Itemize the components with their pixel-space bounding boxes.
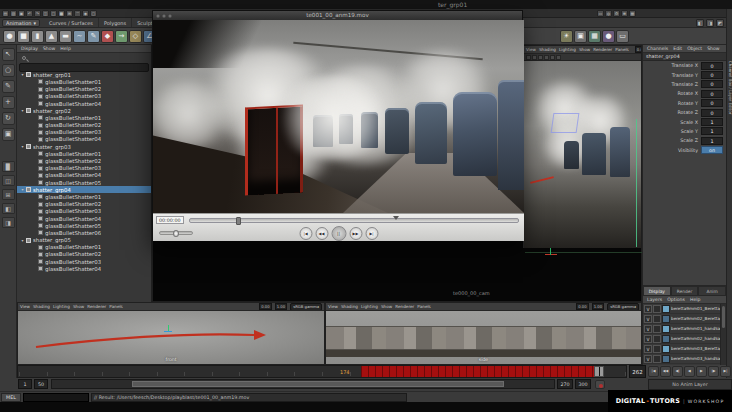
- layer-editor-menu-layers[interactable]: Layers: [647, 296, 662, 303]
- playback-start-field[interactable]: 50: [34, 379, 48, 389]
- rewind-button[interactable]: ◀◀: [315, 227, 328, 240]
- shelf-cube-icon[interactable]: ■: [17, 30, 30, 43]
- shel f-render-icon[interactable]: ▭: [616, 30, 629, 43]
- outliner-row[interactable]: glassBulletShatter01: [17, 244, 151, 251]
- select-by-hierarchy-icon[interactable]: ◫: [42, 10, 49, 17]
- display-layer-row[interactable]: Vberetta9mm02_Beretta_G...: [643, 314, 720, 324]
- open-scene-icon[interactable]: ▧: [10, 10, 17, 17]
- outliner-row[interactable]: glassBulletShatter01: [17, 114, 151, 121]
- layer-visibility-toggle[interactable]: V: [644, 315, 652, 323]
- rotate-tool[interactable]: ↻: [2, 112, 15, 125]
- selected-frame-range[interactable]: [361, 366, 604, 377]
- layer-visibility-toggle[interactable]: V: [644, 355, 652, 363]
- ipr-render-icon[interactable]: ◍: [605, 10, 612, 17]
- command-line-mode[interactable]: MEL: [1, 393, 21, 402]
- snap-to-curve-icon[interactable]: ⌒: [74, 10, 81, 17]
- paint-select-tool[interactable]: ✎: [2, 80, 15, 93]
- outliner-row[interactable]: glassBulletShatter04: [17, 265, 151, 272]
- layer-visibility-toggle[interactable]: V: [644, 305, 652, 313]
- outliner-row[interactable]: glassBulletShatter03: [17, 165, 151, 172]
- outliner-menu-display[interactable]: Display: [21, 45, 38, 52]
- display-layer-row[interactable]: Vberetta9mm03_handSailo...: [643, 354, 720, 364]
- layer-color-swatch[interactable]: [662, 305, 670, 313]
- shelf-tab-polygons[interactable]: Polygons: [99, 18, 132, 28]
- outliner-row[interactable]: glassBulletShatter04: [17, 100, 151, 107]
- playhead[interactable]: [236, 217, 241, 225]
- range-slider-bar[interactable]: [132, 381, 503, 387]
- side-viewport-pane[interactable]: ViewShadingLightingShowRendererPanels0.0…: [325, 302, 642, 365]
- viewport-menu-shading[interactable]: Shading: [33, 304, 50, 309]
- render-settings-icon[interactable]: ⚙: [613, 10, 620, 17]
- layer-display-type-toggle[interactable]: [653, 315, 661, 323]
- lasso-tool[interactable]: ○: [2, 64, 15, 77]
- gamma-field[interactable]: 1.00: [592, 303, 604, 310]
- layer-editor-tab-anim[interactable]: Anim: [698, 286, 726, 296]
- shelf-pencil-icon[interactable]: ✎: [87, 30, 100, 43]
- snap-to-plane-icon[interactable]: ▢: [90, 10, 97, 17]
- shelf-motion-path-icon[interactable]: ⇝: [115, 30, 128, 43]
- viewport-menu-view[interactable]: View: [20, 304, 30, 309]
- outliner-row[interactable]: glassBulletShatter01: [17, 150, 151, 157]
- outliner-row[interactable]: glassBulletShatter04: [17, 215, 151, 222]
- shelf-tab-curves-surfaces[interactable]: Curves / Surfaces: [44, 18, 99, 28]
- expand-toggle[interactable]: ▾: [19, 72, 26, 77]
- outliner-row[interactable]: glassBulletShatter01: [17, 78, 151, 85]
- channel-value[interactable]: on: [701, 146, 723, 154]
- viewport-menu-show[interactable]: Show: [381, 304, 392, 309]
- outliner-row[interactable]: glassBulletShatter02: [17, 157, 151, 164]
- select-by-object-icon[interactable]: □: [50, 10, 57, 17]
- viewport-menu-panels[interactable]: Panels: [109, 304, 122, 309]
- channel-value[interactable]: 0: [701, 99, 723, 107]
- toggle-channel-box-button[interactable]: ◩: [716, 19, 724, 27]
- outliner-row[interactable]: glassBulletShatter03: [17, 208, 151, 215]
- animation-start-field[interactable]: 1: [18, 379, 32, 389]
- toggle-modeling-toolkit-button[interactable]: ◧: [696, 19, 704, 27]
- layer-visibility-toggle[interactable]: V: [644, 345, 652, 353]
- redo-icon[interactable]: ↷: [34, 10, 41, 17]
- display-layer-row[interactable]: Vberetta9mm03_Beretta_G...: [643, 344, 720, 354]
- scale-tool[interactable]: ▣: [2, 128, 15, 141]
- outliner-row[interactable]: glassBulletShatter04: [17, 136, 151, 143]
- viewport-menu-show[interactable]: Show: [73, 304, 84, 309]
- layer-color-swatch[interactable]: [662, 345, 670, 353]
- grid-display-icon[interactable]: ▦: [629, 10, 636, 17]
- viewport-menu-view[interactable]: View: [328, 304, 338, 309]
- layer-color-swatch[interactable]: [662, 315, 670, 323]
- layer-editor-menu-help[interactable]: Help: [690, 296, 700, 303]
- gamma-field[interactable]: 1.00: [275, 303, 287, 310]
- display-layer-row[interactable]: Vberetta9mm01_handSailo...: [643, 324, 720, 334]
- layer-display-type-toggle[interactable]: [653, 325, 661, 333]
- channel-value[interactable]: 0: [701, 62, 723, 70]
- viewport-menu-panels[interactable]: Panels: [417, 304, 430, 309]
- camera-viewport-pane[interactable]: ViewShadingLightingShowRendererPanels0.0…: [523, 46, 641, 248]
- layer-display-type-toggle[interactable]: [653, 345, 661, 353]
- four-pane-layout-button[interactable]: ⊞: [2, 189, 15, 200]
- outliner-row[interactable]: glassBulletShatter04: [17, 172, 151, 179]
- playback-end-field[interactable]: 270: [557, 379, 573, 389]
- channel-value[interactable]: 0: [701, 90, 723, 98]
- save-scene-icon[interactable]: ▣: [18, 10, 25, 17]
- display-layer-row[interactable]: Vberetta9mm02_handSailo...: [643, 334, 720, 344]
- outliner-row[interactable]: ▾shatter_grp03: [17, 143, 151, 150]
- viewport-menu-lighting[interactable]: Lighting: [361, 304, 378, 309]
- layer-display-type-toggle[interactable]: [653, 335, 661, 343]
- layer-visibility-toggle[interactable]: V: [644, 335, 652, 343]
- two-pane-layout-button[interactable]: ◫: [2, 175, 15, 186]
- viewport-menu-view[interactable]: View: [526, 47, 536, 52]
- undo-icon[interactable]: ↶: [26, 10, 33, 17]
- go-to-start-button[interactable]: |◀: [648, 366, 659, 377]
- shelf-cylinder-icon[interactable]: ▮: [31, 30, 44, 43]
- close-button[interactable]: [156, 14, 160, 18]
- select-by-component-icon[interactable]: ■: [58, 10, 65, 17]
- play-backwards-button[interactable]: ◀: [684, 366, 695, 377]
- range-slider[interactable]: [51, 379, 555, 389]
- outliner-row[interactable]: glassBulletShatter02: [17, 86, 151, 93]
- layer-editor-tab-display[interactable]: Display: [643, 286, 671, 296]
- channel-box-tab[interactable]: Channel Box / Layer Editor: [727, 61, 732, 114]
- outliner-row[interactable]: glassBulletShatter06: [17, 229, 151, 236]
- animation-end-field[interactable]: 300: [575, 379, 591, 389]
- channel-value[interactable]: 1: [701, 137, 723, 145]
- volume-knob[interactable]: [173, 230, 179, 237]
- viewport-icon[interactable]: [556, 55, 561, 60]
- pause-button[interactable]: ||: [331, 226, 346, 241]
